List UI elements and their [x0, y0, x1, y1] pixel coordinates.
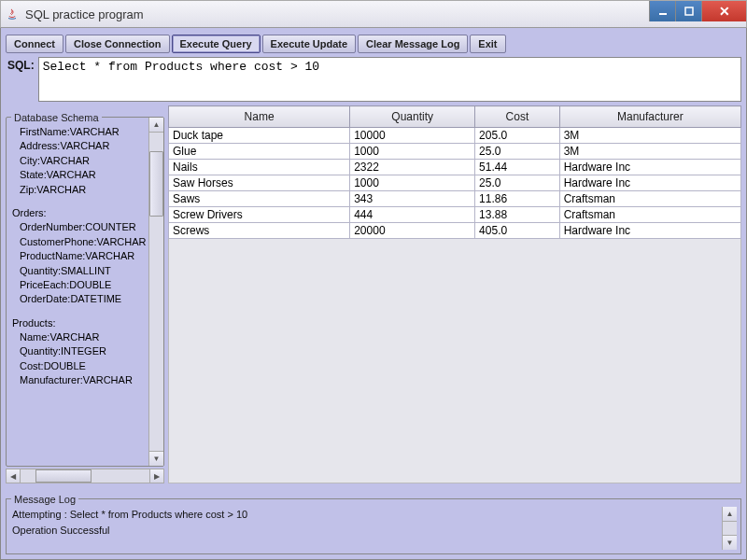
- clear-log-button[interactable]: Clear Message Log: [358, 35, 468, 53]
- svg-rect-1: [685, 7, 693, 15]
- scroll-left-icon[interactable]: ◀: [6, 469, 21, 483]
- close-button[interactable]: ✕: [701, 1, 746, 21]
- sql-input[interactable]: [38, 57, 741, 102]
- window-titlebar: SQL practice program ✕: [0, 0, 747, 28]
- table-cell[interactable]: Saws: [169, 191, 350, 207]
- app-body: Connect Close Connection Execute Query E…: [0, 28, 747, 560]
- table-cell[interactable]: 25.0: [475, 175, 560, 191]
- execute-query-button[interactable]: Execute Query: [172, 35, 261, 53]
- log-title: Message Log: [11, 494, 78, 505]
- schema-table-name: Orders:: [12, 206, 145, 220]
- table-cell[interactable]: 343: [350, 191, 475, 207]
- table-cell[interactable]: 25.0: [475, 144, 560, 160]
- table-cell[interactable]: 205.0: [475, 128, 560, 144]
- column-header[interactable]: Cost: [475, 106, 560, 128]
- schema-title: Database Schema: [11, 112, 102, 123]
- table-cell[interactable]: 444: [350, 207, 475, 223]
- table-cell[interactable]: 3M: [559, 128, 740, 144]
- table-row[interactable]: Saws34311.86Craftsman: [169, 191, 741, 207]
- table-cell[interactable]: Saw Horses: [169, 175, 350, 191]
- schema-item: Address:VARCHAR: [12, 139, 145, 153]
- table-row[interactable]: Nails232251.44Hardware Inc: [169, 160, 741, 175]
- schema-item: Manufacturer:VARCHAR: [12, 373, 145, 387]
- schema-item: FirstName:VARCHAR: [12, 125, 145, 139]
- results-table[interactable]: Name Quantity Cost Manufacturer Duck tap…: [168, 105, 741, 239]
- schema-item: Zip:VARCHAR: [12, 183, 145, 197]
- table-cell[interactable]: Craftsman: [559, 207, 740, 223]
- table-cell[interactable]: Hardware Inc: [559, 223, 740, 239]
- column-header[interactable]: Quantity: [350, 106, 475, 128]
- table-cell[interactable]: 1000: [350, 175, 475, 191]
- table-row[interactable]: Screws20000405.0Hardware Inc: [169, 223, 741, 239]
- scroll-right-icon[interactable]: ▶: [149, 469, 164, 483]
- schema-content: FirstName:VARCHAR Address:VARCHAR City:V…: [7, 118, 148, 466]
- svg-rect-0: [659, 13, 667, 15]
- sql-row: SQL:: [4, 57, 743, 105]
- hscroll-track[interactable]: [21, 469, 149, 483]
- log-content: Attempting : Select * from Products wher…: [12, 507, 722, 550]
- log-scrollbar[interactable]: ▲ ▼: [722, 507, 737, 550]
- table-cell[interactable]: 13.88: [475, 207, 560, 223]
- main-row: Database Schema FirstName:VARCHAR Addres…: [4, 105, 743, 483]
- table-cell[interactable]: 2322: [350, 160, 475, 175]
- hscroll-thumb[interactable]: [35, 469, 92, 483]
- schema-item: OrderNumber:COUNTER: [12, 220, 145, 234]
- table-row[interactable]: Screw Drivers44413.88Craftsman: [169, 207, 741, 223]
- log-box: Attempting : Select * from Products wher…: [6, 498, 741, 554]
- schema-item: Cost:DOUBLE: [12, 359, 145, 373]
- table-cell[interactable]: 3M: [559, 144, 740, 160]
- toolbar: Connect Close Connection Execute Query E…: [4, 31, 743, 57]
- schema-hscrollbar[interactable]: ◀ ▶: [6, 469, 164, 483]
- schema-item: State:VARCHAR: [12, 168, 145, 182]
- table-row[interactable]: Duck tape10000205.03M: [169, 128, 741, 144]
- table-header-row: Name Quantity Cost Manufacturer: [169, 106, 741, 128]
- table-cell[interactable]: 1000: [350, 144, 475, 160]
- window-title: SQL practice program: [25, 7, 144, 21]
- table-cell[interactable]: Duck tape: [169, 128, 350, 144]
- table-cell[interactable]: 51.44: [475, 160, 560, 175]
- log-line: Attempting : Select * from Products wher…: [12, 507, 722, 523]
- table-cell[interactable]: Glue: [169, 144, 350, 160]
- table-cell[interactable]: 10000: [350, 128, 475, 144]
- maximize-button[interactable]: [675, 1, 701, 21]
- table-cell[interactable]: 405.0: [475, 223, 560, 239]
- table-cell[interactable]: 11.86: [475, 191, 560, 207]
- schema-table-name: Products:: [12, 316, 145, 330]
- table-cell[interactable]: Screws: [169, 223, 350, 239]
- table-row[interactable]: Glue100025.03M: [169, 144, 741, 160]
- scroll-thumb[interactable]: [149, 151, 163, 217]
- schema-item: CustomerPhone:VARCHAR: [12, 235, 145, 249]
- schema-item: City:VARCHAR: [12, 154, 145, 168]
- scroll-down-icon[interactable]: ▼: [723, 535, 737, 550]
- column-header[interactable]: Manufacturer: [559, 106, 740, 128]
- results-panel: Name Quantity Cost Manufacturer Duck tap…: [168, 105, 741, 483]
- log-panel: Message Log Attempting : Select * from P…: [6, 487, 741, 554]
- table-cell[interactable]: Hardware Inc: [559, 160, 740, 175]
- schema-item: OrderDate:DATETIME: [12, 292, 145, 306]
- close-connection-button[interactable]: Close Connection: [65, 35, 170, 53]
- table-empty-area: [168, 239, 741, 483]
- column-header[interactable]: Name: [169, 106, 350, 128]
- schema-scrollbar[interactable]: ▲ ▼: [148, 118, 163, 466]
- scroll-up-icon[interactable]: ▲: [723, 507, 737, 522]
- schema-item: Quantity:SMALLINT: [12, 264, 145, 278]
- table-row[interactable]: Saw Horses100025.0Hardware Inc: [169, 175, 741, 191]
- log-line: Operation Successful: [12, 523, 722, 539]
- connect-button[interactable]: Connect: [6, 35, 63, 53]
- table-cell[interactable]: Hardware Inc: [559, 175, 740, 191]
- table-cell[interactable]: 20000: [350, 223, 475, 239]
- schema-item: Name:VARCHAR: [12, 330, 145, 344]
- schema-item: Quantity:INTEGER: [12, 344, 145, 358]
- scroll-up-icon[interactable]: ▲: [149, 118, 163, 133]
- exit-button[interactable]: Exit: [470, 35, 505, 53]
- scroll-down-icon[interactable]: ▼: [149, 451, 163, 466]
- table-cell[interactable]: Nails: [169, 160, 350, 175]
- minimize-button[interactable]: [649, 1, 675, 21]
- scroll-track[interactable]: [149, 133, 163, 451]
- table-cell[interactable]: Craftsman: [559, 191, 740, 207]
- schema-item: PriceEach:DOUBLE: [12, 278, 145, 292]
- table-cell[interactable]: Screw Drivers: [169, 207, 350, 223]
- execute-update-button[interactable]: Execute Update: [262, 35, 357, 53]
- scroll-track[interactable]: [723, 522, 737, 535]
- schema-box: FirstName:VARCHAR Address:VARCHAR City:V…: [6, 117, 164, 467]
